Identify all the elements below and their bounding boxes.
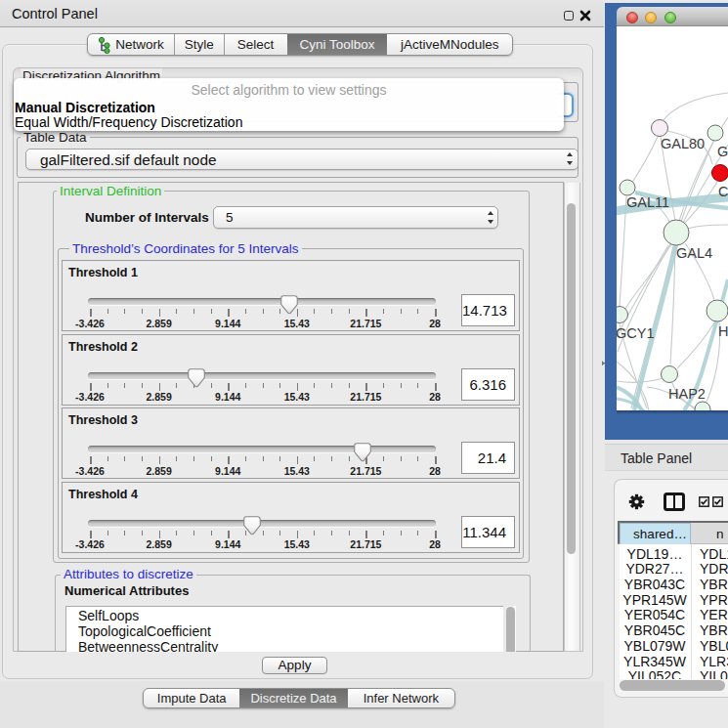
svg-text:GAL80: GAL80 [661,136,705,151]
svg-text:GAL11: GAL11 [626,194,669,210]
svg-text:HAP2: HAP2 [668,386,706,402]
svg-text:C: C [718,184,728,199]
svg-text:G: G [717,144,728,159]
svg-text:GAL4: GAL4 [676,245,712,261]
svg-text:H: H [718,323,728,339]
svg-text:GCY1: GCY1 [617,325,655,341]
